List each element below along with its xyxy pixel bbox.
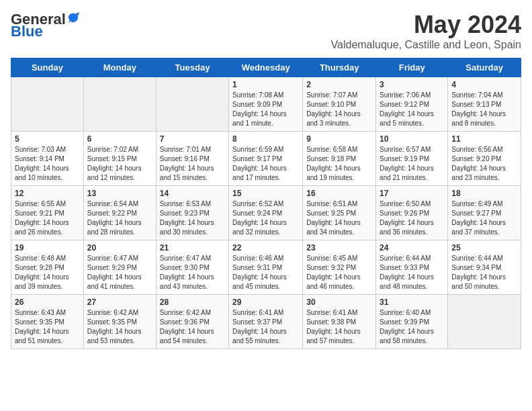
day-content: Sunrise: 6:49 AMSunset: 9:27 PMDaylight:… — [451, 199, 517, 237]
day-content: Sunrise: 6:41 AMSunset: 9:37 PMDaylight:… — [232, 308, 299, 346]
calendar-cell: 20Sunrise: 6:47 AMSunset: 9:29 PMDayligh… — [83, 240, 156, 295]
calendar-cell: 14Sunrise: 6:53 AMSunset: 9:23 PMDayligh… — [156, 186, 228, 240]
day-content: Sunrise: 6:51 AMSunset: 9:25 PMDaylight:… — [306, 199, 372, 237]
calendar-week-row: 5Sunrise: 7:03 AMSunset: 9:14 PMDaylight… — [11, 132, 521, 186]
calendar-cell: 6Sunrise: 7:02 AMSunset: 9:15 PMDaylight… — [83, 132, 156, 186]
day-number: 21 — [160, 243, 225, 253]
day-number: 8 — [232, 134, 299, 144]
calendar-cell: 16Sunrise: 6:51 AMSunset: 9:25 PMDayligh… — [303, 186, 376, 240]
day-number: 5 — [15, 134, 80, 144]
calendar-cell: 10Sunrise: 6:57 AMSunset: 9:19 PMDayligh… — [376, 132, 448, 186]
day-content: Sunrise: 6:47 AMSunset: 9:29 PMDaylight:… — [87, 254, 152, 291]
day-content: Sunrise: 6:53 AMSunset: 9:23 PMDaylight:… — [160, 199, 225, 237]
day-content: Sunrise: 6:56 AMSunset: 9:20 PMDaylight:… — [451, 145, 517, 183]
calendar-cell — [156, 77, 228, 132]
calendar-cell: 27Sunrise: 6:42 AMSunset: 9:35 PMDayligh… — [83, 295, 156, 349]
logo-bird-icon — [67, 12, 79, 24]
day-content: Sunrise: 6:54 AMSunset: 9:22 PMDaylight:… — [87, 199, 152, 237]
weekday-header: Saturday — [448, 58, 521, 77]
location-subtitle: Valdemaluque, Castille and Leon, Spain — [331, 39, 521, 51]
calendar-cell: 7Sunrise: 7:01 AMSunset: 9:16 PMDaylight… — [156, 132, 228, 186]
calendar-cell: 3Sunrise: 7:06 AMSunset: 9:12 PMDaylight… — [376, 77, 448, 132]
day-content: Sunrise: 7:04 AMSunset: 9:13 PMDaylight:… — [451, 91, 517, 128]
day-number: 26 — [15, 298, 80, 307]
day-content: Sunrise: 6:52 AMSunset: 9:24 PMDaylight:… — [232, 199, 299, 237]
calendar-week-row: 26Sunrise: 6:43 AMSunset: 9:35 PMDayligh… — [11, 295, 521, 349]
calendar-cell: 15Sunrise: 6:52 AMSunset: 9:24 PMDayligh… — [229, 186, 303, 240]
logo: General Blue — [11, 11, 79, 40]
calendar-cell: 26Sunrise: 6:43 AMSunset: 9:35 PMDayligh… — [11, 295, 84, 349]
day-number: 27 — [87, 298, 152, 307]
calendar-cell: 18Sunrise: 6:49 AMSunset: 9:27 PMDayligh… — [448, 186, 521, 240]
calendar-cell: 19Sunrise: 6:48 AMSunset: 9:28 PMDayligh… — [11, 240, 84, 295]
day-number: 17 — [380, 189, 444, 198]
day-content: Sunrise: 7:06 AMSunset: 9:12 PMDaylight:… — [380, 91, 444, 128]
calendar-table: SundayMondayTuesdayWednesdayThursdayFrid… — [11, 58, 521, 349]
day-number: 30 — [306, 298, 372, 307]
calendar-cell — [83, 77, 156, 132]
calendar-cell: 28Sunrise: 6:42 AMSunset: 9:36 PMDayligh… — [156, 295, 228, 349]
day-number: 20 — [87, 243, 152, 253]
calendar-cell: 4Sunrise: 7:04 AMSunset: 9:13 PMDaylight… — [448, 77, 521, 132]
calendar-cell: 23Sunrise: 6:45 AMSunset: 9:32 PMDayligh… — [303, 240, 376, 295]
day-content: Sunrise: 6:59 AMSunset: 9:17 PMDaylight:… — [232, 145, 299, 183]
calendar-cell — [11, 77, 84, 132]
day-number: 19 — [15, 243, 80, 253]
day-content: Sunrise: 6:50 AMSunset: 9:26 PMDaylight:… — [380, 199, 444, 237]
day-number: 23 — [306, 243, 372, 253]
weekday-header: Friday — [376, 58, 448, 77]
calendar-cell: 2Sunrise: 7:07 AMSunset: 9:10 PMDaylight… — [303, 77, 376, 132]
day-content: Sunrise: 6:41 AMSunset: 9:38 PMDaylight:… — [306, 308, 372, 346]
day-number: 13 — [87, 189, 152, 198]
day-content: Sunrise: 6:55 AMSunset: 9:21 PMDaylight:… — [15, 199, 80, 237]
day-number: 9 — [306, 134, 372, 144]
day-number: 11 — [451, 134, 517, 144]
day-content: Sunrise: 6:46 AMSunset: 9:31 PMDaylight:… — [232, 254, 299, 291]
calendar-cell: 8Sunrise: 6:59 AMSunset: 9:17 PMDaylight… — [229, 132, 303, 186]
logo-blue-text: Blue — [11, 23, 43, 40]
weekday-header: Sunday — [11, 58, 84, 77]
day-content: Sunrise: 7:07 AMSunset: 9:10 PMDaylight:… — [306, 91, 372, 128]
calendar-week-row: 19Sunrise: 6:48 AMSunset: 9:28 PMDayligh… — [11, 240, 521, 295]
title-section: May 2024 Valdemaluque, Castille and Leon… — [331, 11, 521, 51]
day-number: 6 — [87, 134, 152, 144]
day-content: Sunrise: 6:40 AMSunset: 9:39 PMDaylight:… — [380, 308, 444, 346]
weekday-header: Thursday — [303, 58, 376, 77]
day-number: 10 — [380, 134, 444, 144]
day-number: 16 — [306, 189, 372, 198]
day-content: Sunrise: 6:57 AMSunset: 9:19 PMDaylight:… — [380, 145, 444, 183]
day-content: Sunrise: 6:58 AMSunset: 9:18 PMDaylight:… — [306, 145, 372, 183]
calendar-cell: 11Sunrise: 6:56 AMSunset: 9:20 PMDayligh… — [448, 132, 521, 186]
day-content: Sunrise: 6:47 AMSunset: 9:30 PMDaylight:… — [160, 254, 225, 291]
calendar-cell: 21Sunrise: 6:47 AMSunset: 9:30 PMDayligh… — [156, 240, 228, 295]
calendar-cell: 9Sunrise: 6:58 AMSunset: 9:18 PMDaylight… — [303, 132, 376, 186]
day-content: Sunrise: 7:02 AMSunset: 9:15 PMDaylight:… — [87, 145, 152, 183]
day-content: Sunrise: 6:45 AMSunset: 9:32 PMDaylight:… — [306, 254, 372, 291]
day-number: 29 — [232, 298, 299, 307]
calendar-cell: 31Sunrise: 6:40 AMSunset: 9:39 PMDayligh… — [376, 295, 448, 349]
calendar-cell: 12Sunrise: 6:55 AMSunset: 9:21 PMDayligh… — [11, 186, 84, 240]
day-number: 2 — [306, 80, 372, 89]
day-content: Sunrise: 7:01 AMSunset: 9:16 PMDaylight:… — [160, 145, 225, 183]
day-content: Sunrise: 7:08 AMSunset: 9:09 PMDaylight:… — [232, 91, 299, 128]
calendar-cell: 25Sunrise: 6:44 AMSunset: 9:34 PMDayligh… — [448, 240, 521, 295]
day-content: Sunrise: 6:48 AMSunset: 9:28 PMDaylight:… — [15, 254, 80, 291]
day-number: 22 — [232, 243, 299, 253]
calendar-cell: 24Sunrise: 6:44 AMSunset: 9:33 PMDayligh… — [376, 240, 448, 295]
calendar-cell — [448, 295, 521, 349]
day-number: 1 — [232, 80, 299, 89]
header: General Blue May 2024 Valdemaluque, Cast… — [11, 11, 521, 51]
day-number: 7 — [160, 134, 225, 144]
calendar-week-row: 1Sunrise: 7:08 AMSunset: 9:09 PMDaylight… — [11, 77, 521, 132]
day-number: 15 — [232, 189, 299, 198]
calendar-cell: 5Sunrise: 7:03 AMSunset: 9:14 PMDaylight… — [11, 132, 84, 186]
weekday-header: Monday — [83, 58, 156, 77]
weekday-header: Tuesday — [156, 58, 228, 77]
calendar-header-row: SundayMondayTuesdayWednesdayThursdayFrid… — [11, 58, 521, 77]
calendar-cell: 29Sunrise: 6:41 AMSunset: 9:37 PMDayligh… — [229, 295, 303, 349]
day-number: 28 — [160, 298, 225, 307]
day-number: 3 — [380, 80, 444, 89]
day-content: Sunrise: 6:44 AMSunset: 9:33 PMDaylight:… — [380, 254, 444, 291]
day-number: 4 — [451, 80, 517, 89]
calendar-cell: 22Sunrise: 6:46 AMSunset: 9:31 PMDayligh… — [229, 240, 303, 295]
